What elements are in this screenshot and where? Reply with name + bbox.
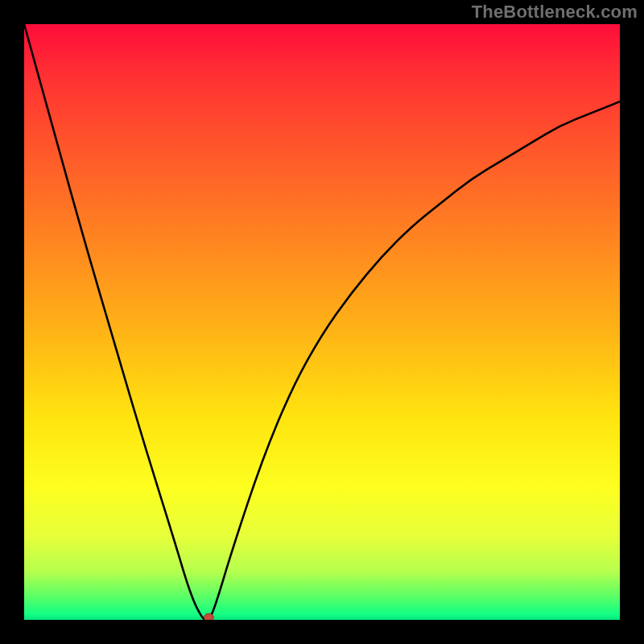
watermark-text: TheBottleneck.com [472,2,638,23]
curve-layer [24,24,620,620]
plot-area [24,24,620,620]
optimal-point-marker [204,613,213,620]
bottleneck-curve [24,24,620,620]
chart-frame: TheBottleneck.com [0,0,644,644]
